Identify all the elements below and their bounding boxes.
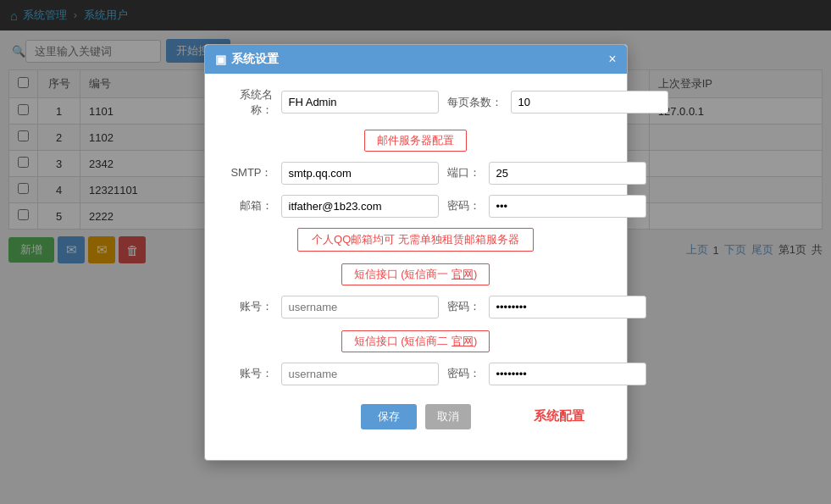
system-name-input[interactable] xyxy=(281,91,439,114)
system-name-label: 系统名称： xyxy=(222,87,273,118)
modal-title: 系统设置 xyxy=(231,52,279,67)
port-label: 端口： xyxy=(447,165,480,180)
qq-note-container: 个人QQ邮箱均可 无需单独租赁邮箱服务器 xyxy=(222,228,610,252)
sms1-official-link[interactable]: 官网 xyxy=(452,268,474,273)
modal-overlay: ▣ 系统设置 × 系统名称： 每页条数： 邮件服务器配置 SMTP： 端口： xyxy=(0,0,831,272)
email-section-label: 邮件服务器配置 xyxy=(364,130,467,152)
mailbox-label: 邮箱： xyxy=(222,198,273,213)
modal-title-bar: ▣ 系统设置 × xyxy=(205,45,627,74)
port-input[interactable] xyxy=(489,162,646,185)
modal-title-icon: ▣ xyxy=(215,53,226,66)
email-password-input[interactable] xyxy=(489,195,646,218)
email-section-header: 邮件服务器配置 xyxy=(222,130,610,152)
mailbox-row: 邮箱： 密码： xyxy=(222,195,610,218)
sms1-section-header: 短信接口 (短信商一 官网) xyxy=(222,263,610,273)
modal-close-button[interactable]: × xyxy=(608,53,616,66)
mailbox-input[interactable] xyxy=(281,195,439,218)
system-name-row: 系统名称： 每页条数： xyxy=(222,87,610,118)
per-page-input[interactable] xyxy=(511,91,668,114)
email-password-label: 密码： xyxy=(447,198,480,213)
sms1-section-label: 短信接口 (短信商一 官网) xyxy=(341,263,490,273)
smtp-label: SMTP： xyxy=(222,165,273,180)
smtp-row: SMTP： 端口： xyxy=(222,162,610,185)
modal-body: 系统名称： 每页条数： 邮件服务器配置 SMTP： 端口： 邮箱： 密码： xyxy=(205,74,627,273)
modal-title-left: ▣ 系统设置 xyxy=(215,52,279,67)
smtp-input[interactable] xyxy=(281,162,439,185)
qq-note: 个人QQ邮箱均可 无需单独租赁邮箱服务器 xyxy=(297,228,534,252)
per-page-label: 每页条数： xyxy=(447,95,502,110)
modal-dialog: ▣ 系统设置 × 系统名称： 每页条数： 邮件服务器配置 SMTP： 端口： xyxy=(204,44,628,273)
